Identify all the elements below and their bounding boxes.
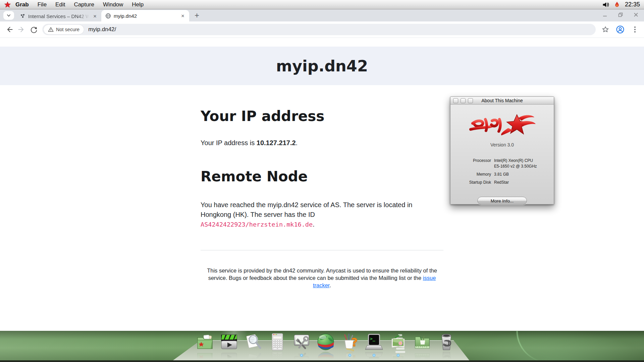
- naenara-browser-icon[interactable]: [316, 332, 335, 352]
- running-indicator: [348, 354, 352, 357]
- calculator-icon[interactable]: [268, 332, 287, 352]
- svg-text:>_: >_: [370, 336, 375, 342]
- remote-node-paragraph: You have reached the myip.dn42 service o…: [201, 200, 429, 229]
- green-arc-glow: [517, 331, 591, 362]
- back-button[interactable]: [3, 23, 15, 36]
- flame-notifier-icon[interactable]: [614, 1, 620, 8]
- document-search-icon[interactable]: [244, 332, 263, 352]
- dn42-wiki-favicon: [20, 13, 25, 19]
- menu-window[interactable]: Window: [103, 1, 123, 8]
- chevron-down-icon: [6, 13, 11, 18]
- reload-icon: [30, 26, 38, 34]
- minimize-icon[interactable]: [602, 12, 608, 17]
- server-id-code: AS4242422923/herzstein.mk16.de: [201, 221, 313, 228]
- redstar-calligraphy-logo: [468, 112, 536, 137]
- desktop-wallpaper: ? >_: [0, 331, 644, 362]
- running-indicator: [372, 354, 376, 357]
- tab-search-button[interactable]: [3, 11, 14, 20]
- footer-text: This service is provided by the dn42 com…: [207, 267, 437, 281]
- profile-avatar-button[interactable]: [614, 24, 626, 35]
- divider: [201, 250, 443, 250]
- help-icon[interactable]: ?: [340, 332, 360, 352]
- trash-icon[interactable]: [437, 332, 456, 352]
- new-tab-button[interactable]: +: [192, 11, 202, 19]
- redstar-desktop: Grab File Edit Capture Window Help 22:35…: [0, 0, 644, 362]
- volume-icon[interactable]: [602, 1, 609, 8]
- menu-app-name[interactable]: Grab: [15, 1, 29, 8]
- system-tools-icon[interactable]: [292, 332, 311, 352]
- system-info: Processor Intel(R) Xeon(R) CPU E5-1650 v…: [458, 158, 546, 185]
- info-value: RedStar: [494, 180, 546, 185]
- menu-edit[interactable]: Edit: [55, 1, 65, 8]
- tab-title: Internal Services – DN42 Wi: [28, 13, 89, 19]
- info-value: Intel(R) Xeon(R) CPU: [494, 158, 546, 163]
- applications-folder-icon[interactable]: [413, 332, 432, 352]
- svg-text:?: ?: [351, 336, 358, 349]
- security-chip[interactable]: Not secure: [44, 25, 84, 34]
- three-dot-menu-icon: [634, 26, 636, 33]
- screen-bottom-strip: [0, 360, 644, 362]
- info-label: Processor: [458, 158, 491, 163]
- back-arrow-icon: [5, 25, 13, 34]
- menubar-clock: 22:35: [625, 1, 640, 8]
- tab-internal-services[interactable]: Internal Services – DN42 Wi ×: [16, 11, 101, 21]
- tab-strip: Internal Services – DN42 Wi × myip.dn42 …: [0, 9, 644, 21]
- security-chip-label: Not secure: [56, 27, 79, 32]
- forward-arrow-icon: [17, 25, 25, 34]
- window-controls: [602, 12, 639, 17]
- star-outline-icon: [602, 26, 609, 33]
- tab-title: myip.dn42: [114, 13, 177, 19]
- warning-icon: [48, 27, 54, 32]
- url-text[interactable]: myip.dn42/: [88, 26, 116, 33]
- documents-folder-icon[interactable]: [195, 332, 215, 352]
- info-value: E5-1650 v2 @ 3.50GHz: [494, 164, 546, 169]
- about-titlebar[interactable]: About This Machine: [450, 97, 554, 105]
- info-value: 3.81 GB: [494, 172, 546, 177]
- running-indicator: [396, 354, 400, 357]
- close-icon[interactable]: [633, 12, 639, 17]
- os-menubar: Grab File Edit Capture Window Help 22:35: [0, 0, 644, 9]
- footer-paragraph: This service is provided by the dn42 com…: [205, 267, 439, 289]
- running-indicator: [300, 354, 303, 357]
- forward-button[interactable]: [15, 23, 28, 36]
- more-info-button[interactable]: More Info...: [477, 197, 527, 205]
- menu-help[interactable]: Help: [132, 1, 144, 8]
- media-player-icon[interactable]: [219, 332, 239, 352]
- address-bar[interactable]: Not secure myip.dn42/: [42, 24, 596, 35]
- info-label: [458, 164, 491, 169]
- red-star-menu-icon[interactable]: [4, 1, 11, 8]
- browser-toolbar: Not secure myip.dn42/: [0, 21, 644, 38]
- dock: ? >_: [195, 331, 456, 352]
- ip-text: Your IP address is: [201, 139, 257, 146]
- globe-favicon: [105, 13, 111, 19]
- site-title: myip.dn42: [276, 57, 368, 75]
- version-label: Version 3.0: [490, 142, 514, 147]
- about-window-title: About This Machine: [450, 98, 554, 103]
- tab-close-button[interactable]: ×: [180, 13, 186, 19]
- node-text: You have reached the myip.dn42 service o…: [201, 201, 412, 218]
- menu-file[interactable]: File: [38, 1, 47, 8]
- browser-menu-button[interactable]: [629, 24, 641, 35]
- menu-capture[interactable]: Capture: [74, 1, 94, 8]
- info-label: Startup Disk: [458, 180, 491, 185]
- info-label: Memory: [458, 172, 491, 177]
- page-hero-band: myip.dn42: [0, 47, 644, 85]
- ip-line: Your IP address is 10.127.217.2.: [201, 139, 443, 147]
- photo-viewer-icon[interactable]: [388, 332, 408, 352]
- terminal-icon[interactable]: >_: [364, 332, 384, 352]
- tab-myip-dn42[interactable]: myip.dn42 ×: [101, 10, 189, 21]
- bookmark-star-button[interactable]: [600, 24, 611, 35]
- ip-heading: Your IP address: [201, 108, 443, 124]
- ip-value: 10.127.217.2: [257, 139, 296, 146]
- remote-node-heading: Remote Node: [201, 168, 443, 185]
- reload-button[interactable]: [28, 23, 40, 36]
- avatar-icon: [616, 25, 625, 34]
- restore-icon[interactable]: [618, 12, 623, 17]
- about-this-machine-window: About This Machine: [450, 97, 554, 204]
- tab-close-button[interactable]: ×: [92, 13, 98, 19]
